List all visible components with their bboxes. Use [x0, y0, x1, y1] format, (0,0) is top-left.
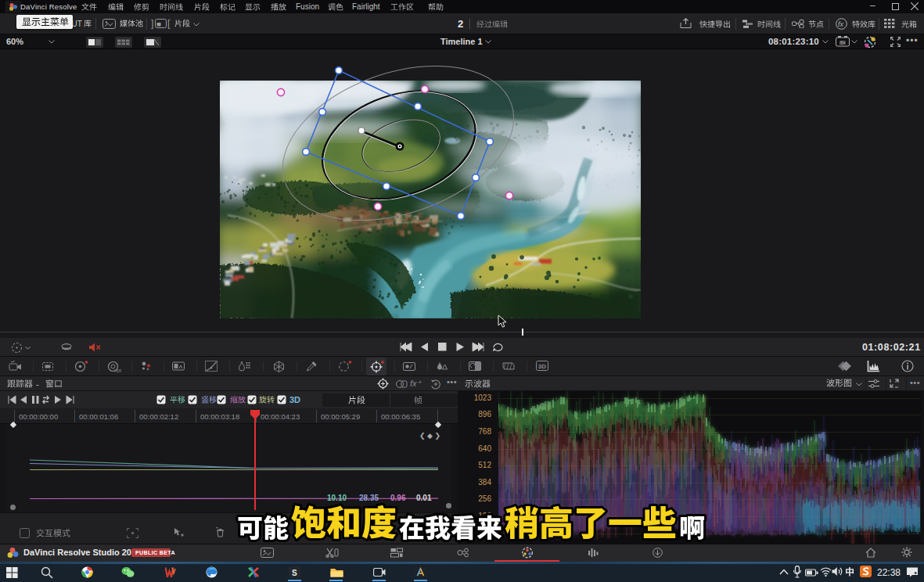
svg-text:HDR: HDR	[115, 369, 122, 373]
svg-text:S: S	[292, 569, 297, 577]
svg-text:HQ: HQ	[840, 41, 846, 45]
svg-text:3D: 3D	[538, 363, 546, 370]
svg-text:fx: fx	[838, 20, 844, 28]
